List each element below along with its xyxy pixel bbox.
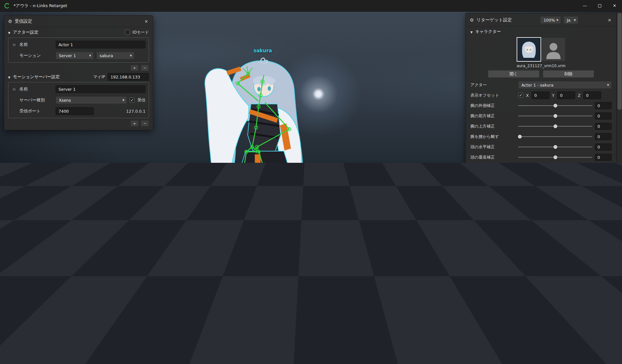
outline-checkbox[interactable]: [518, 260, 523, 265]
slider-value[interactable]: 0: [595, 174, 612, 182]
motion-server-select[interactable]: Server 1: [56, 52, 94, 59]
receive-checkbox[interactable]: [130, 98, 135, 103]
retarget-bone-checkbox[interactable]: [518, 239, 523, 244]
collapse-icon[interactable]: [470, 229, 473, 234]
send-port-input[interactable]: [563, 344, 591, 352]
send-section-title: 送信設定: [475, 314, 492, 320]
slider-value[interactable]: 0: [595, 102, 612, 109]
retarget-bone-label: リターゲットボーン: [470, 239, 516, 244]
source-bone-name-checkbox[interactable]: [551, 249, 556, 255]
slider-value[interactable]: 0: [595, 123, 612, 130]
source-bone-checkbox[interactable]: [518, 249, 523, 255]
ui-scale-select[interactable]: 100%: [540, 16, 561, 24]
slider-value[interactable]: 0: [595, 133, 612, 140]
outline-width-slider[interactable]: [551, 260, 577, 265]
slider-value[interactable]: 0: [595, 154, 612, 161]
motion-select[interactable]: sakura: [96, 52, 134, 59]
x-axis-color-swatch[interactable]: [540, 270, 544, 275]
language-select[interactable]: Ja: [563, 16, 578, 24]
drag-handle-icon[interactable]: [12, 87, 17, 92]
local-ip-text: 127.0.0.1: [126, 109, 145, 114]
source-bone-color-swatch[interactable]: [533, 250, 538, 255]
delete-vrm-button[interactable]: 削除: [543, 70, 595, 78]
retarget-bone-name-checkbox[interactable]: [551, 239, 556, 244]
add-actor-button[interactable]: +: [130, 65, 139, 71]
my-ip-input[interactable]: [108, 73, 149, 81]
slider-value[interactable]: 0: [595, 143, 612, 151]
receive-port-input[interactable]: [56, 107, 94, 115]
collapse-icon[interactable]: [8, 75, 10, 79]
torso-horizontal-correction-slider[interactable]: [518, 175, 592, 181]
id-mode-checkbox[interactable]: [125, 30, 130, 35]
collapse-icon[interactable]: [470, 315, 473, 320]
axes-checkbox[interactable]: [518, 270, 523, 275]
head-tilt-correction-slider[interactable]: [518, 165, 592, 170]
slider-label: 頭の垂直補正: [470, 155, 516, 160]
scrollbar-thumb[interactable]: [617, 13, 622, 110]
expand-icon[interactable]: [470, 216, 473, 221]
arm-hip-separation-slider[interactable]: [518, 134, 592, 139]
collapse-icon[interactable]: [470, 29, 473, 34]
source-bone-label: ソースボーン: [470, 249, 516, 255]
send-toggle-button[interactable]: 送信: [594, 344, 612, 352]
actor-name-input[interactable]: [56, 41, 145, 48]
section-title: モーションサーバー設定: [13, 74, 60, 80]
collapse-icon[interactable]: [8, 30, 10, 35]
foot-width-correction-slider[interactable]: [518, 206, 592, 212]
send-frequency-select[interactable]: 60 Hz: [518, 323, 579, 331]
open-vrm-button[interactable]: 開く: [488, 70, 540, 78]
outline-color-swatch[interactable]: [533, 260, 538, 265]
send-format-select[interactable]: /Pose: [518, 334, 612, 341]
send-ip-input[interactable]: [518, 344, 556, 352]
remove-actor-button[interactable]: −: [141, 65, 149, 71]
close-button[interactable]: ✕: [607, 0, 622, 12]
add-server-button[interactable]: +: [130, 120, 139, 127]
gear-icon: [470, 17, 474, 23]
background-select[interactable]: 月光: [518, 279, 612, 287]
offset-x-label: X: [526, 93, 529, 98]
offset-y-label: Y: [552, 93, 555, 98]
close-icon[interactable]: ✕: [144, 19, 149, 24]
fov-value[interactable]: 60: [595, 290, 612, 297]
actor-select[interactable]: Actor 1 - sakura: [518, 81, 612, 89]
maximize-button[interactable]: [592, 0, 607, 12]
character-thumbnail-selected[interactable]: [517, 38, 541, 61]
arm-forward-correction-slider[interactable]: [518, 113, 592, 119]
panel-scrollbar[interactable]: [617, 12, 622, 364]
head-vertical-correction-slider[interactable]: [518, 155, 592, 160]
retarget-bone-color-swatch[interactable]: [533, 239, 538, 244]
maximize-icon: [598, 4, 601, 7]
slider-label: 頭の傾き補正: [470, 165, 516, 171]
offset-y-input[interactable]: [557, 91, 575, 99]
viewport-3d[interactable]: sakura 受信設定 ✕ アクター設定 IDモード 名前: [0, 12, 622, 364]
slider-value[interactable]: 0: [595, 164, 612, 171]
name-label: 名前: [540, 249, 548, 255]
arm-upward-correction-slider[interactable]: [518, 124, 592, 129]
slider-value[interactable]: 0: [595, 205, 612, 213]
offset-checkbox[interactable]: [518, 93, 523, 98]
slider-label: 腕の外側補正: [470, 103, 516, 109]
offset-x-input[interactable]: [531, 91, 550, 99]
offset-z-input[interactable]: [583, 91, 601, 99]
fov-slider[interactable]: [518, 291, 592, 296]
minimize-button[interactable]: —: [577, 0, 592, 12]
x-axis-color-label: X軸色: [526, 270, 537, 276]
slider-value[interactable]: 0: [595, 185, 612, 192]
character-thumbnail-empty[interactable]: [542, 38, 565, 61]
z-axis-color-swatch[interactable]: [565, 270, 570, 275]
close-icon[interactable]: ✕: [607, 18, 612, 23]
drag-handle-icon[interactable]: [12, 42, 17, 47]
outline-width-value[interactable]: 2: [579, 259, 596, 266]
torso-vertical-correction-slider[interactable]: [518, 186, 592, 191]
preview-checkbox[interactable]: [518, 301, 523, 306]
slider-value[interactable]: 0: [595, 195, 612, 202]
server-name-input[interactable]: [56, 85, 145, 93]
remove-server-button[interactable]: −: [141, 120, 149, 127]
head-horizontal-correction-slider[interactable]: [518, 144, 592, 150]
torso-tilt-correction-slider[interactable]: [518, 196, 592, 201]
slider-value[interactable]: 0: [595, 112, 612, 120]
character-model: [205, 58, 337, 351]
outline-width-label: 太さ: [540, 260, 548, 265]
arm-outward-correction-slider[interactable]: [518, 103, 592, 108]
server-type-select[interactable]: Xsens: [56, 96, 127, 104]
